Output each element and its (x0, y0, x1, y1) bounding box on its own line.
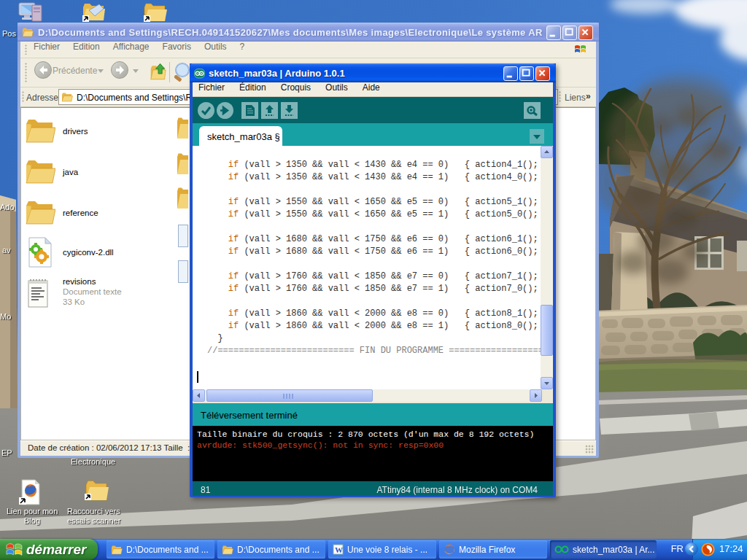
svg-text:W: W (335, 545, 343, 554)
